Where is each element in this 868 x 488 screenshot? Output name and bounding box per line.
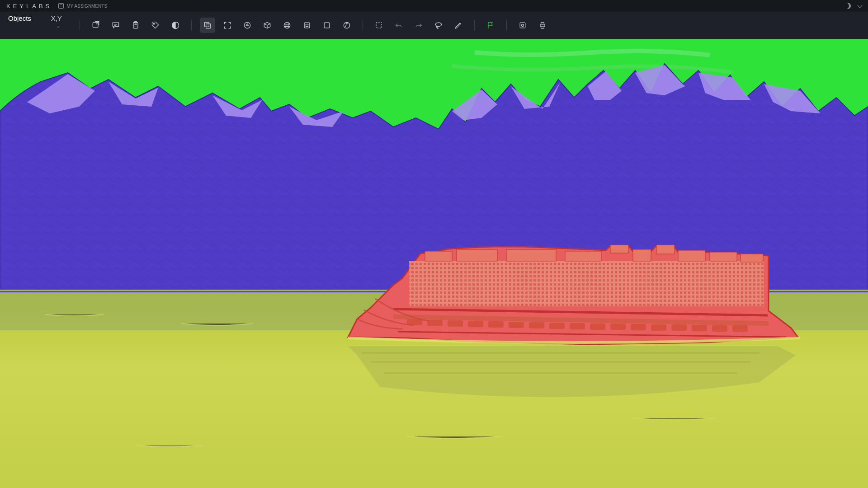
undo-icon [394, 21, 403, 30]
svg-rect-13 [376, 23, 382, 28]
layers-button[interactable] [200, 18, 215, 33]
top-bar: KEYLABS MY ASSIGNMENTS [0, 0, 868, 12]
separator [474, 20, 475, 31]
redo-icon [414, 21, 423, 30]
flag-icon [486, 21, 495, 30]
clipboard-button[interactable] [128, 18, 143, 33]
grid3d-icon [263, 21, 272, 30]
comment-icon [111, 21, 120, 30]
user-menu-dropdown[interactable] [858, 5, 862, 7]
separator [80, 20, 80, 31]
object-icon [302, 21, 311, 30]
comment-button[interactable] [108, 18, 123, 33]
svg-rect-39 [448, 320, 463, 327]
rotate-icon [342, 21, 351, 30]
chevron-down-icon [857, 3, 862, 8]
svg-rect-10 [306, 24, 308, 27]
bounds-button[interactable] [319, 18, 335, 33]
svg-point-8 [284, 22, 290, 28]
svg-point-15 [436, 26, 438, 28]
mask-icon [518, 21, 527, 30]
object-button[interactable] [299, 18, 315, 33]
svg-rect-36 [741, 254, 763, 262]
mesh-icon [283, 21, 292, 30]
tab-objects[interactable]: Objects [8, 14, 31, 22]
print-button[interactable] [535, 18, 550, 33]
svg-rect-44 [549, 323, 565, 329]
svg-rect-45 [570, 323, 585, 329]
tag-button[interactable] [148, 18, 163, 33]
separator [191, 20, 192, 31]
svg-rect-26 [409, 261, 764, 306]
svg-point-3 [153, 23, 155, 24]
svg-rect-32 [633, 249, 651, 261]
bounds-icon [322, 21, 331, 30]
svg-rect-6 [206, 24, 211, 28]
svg-rect-40 [468, 321, 483, 327]
svg-rect-9 [304, 23, 310, 28]
svg-rect-47 [610, 324, 626, 330]
app-logo: KEYLABS [6, 3, 52, 9]
svg-rect-34 [678, 250, 705, 261]
select-icon [374, 21, 383, 30]
svg-rect-50 [671, 324, 687, 331]
left-tabs: Objects X,Y - [0, 12, 72, 39]
select-button[interactable] [371, 18, 387, 33]
undo-button[interactable] [391, 18, 406, 33]
target-button[interactable] [240, 18, 255, 33]
svg-rect-49 [651, 324, 666, 331]
lasso-icon [434, 21, 443, 30]
contrast-icon [171, 21, 180, 30]
svg-rect-19 [541, 22, 544, 24]
redo-button[interactable] [411, 18, 426, 33]
svg-rect-31 [610, 245, 628, 253]
svg-point-17 [522, 24, 524, 27]
svg-rect-52 [712, 325, 727, 332]
tag-icon [151, 21, 160, 30]
svg-rect-28 [457, 249, 497, 261]
my-assignments-link[interactable]: MY ASSIGNMENTS [58, 3, 107, 9]
svg-rect-16 [520, 23, 525, 28]
svg-rect-27 [425, 251, 452, 261]
pencil-icon [454, 21, 463, 30]
export-icon [91, 21, 100, 30]
tab-xy[interactable]: X,Y [51, 14, 62, 22]
svg-rect-42 [509, 322, 524, 328]
annotation-canvas[interactable] [0, 39, 868, 488]
list-icon [58, 3, 64, 9]
svg-rect-29 [506, 249, 556, 261]
svg-rect-20 [541, 26, 544, 28]
theme-toggle-icon[interactable] [844, 3, 851, 9]
export-button[interactable] [88, 18, 104, 33]
assignments-label: MY ASSIGNMENTS [66, 4, 107, 9]
svg-rect-5 [204, 22, 209, 27]
mesh-button[interactable] [279, 18, 295, 33]
svg-rect-35 [710, 252, 737, 261]
separator [363, 20, 363, 31]
svg-point-14 [435, 23, 441, 26]
canvas-svg [0, 39, 868, 488]
svg-rect-33 [656, 245, 675, 254]
separator [506, 20, 507, 31]
fit-icon [223, 21, 232, 30]
pencil-button[interactable] [451, 18, 466, 33]
svg-rect-41 [488, 321, 504, 328]
fit-button[interactable] [220, 18, 235, 33]
lasso-button[interactable] [431, 18, 446, 33]
clipboard-icon [131, 21, 140, 30]
layers-icon [203, 21, 212, 30]
svg-rect-43 [529, 322, 544, 328]
contrast-button[interactable] [168, 18, 183, 33]
segment-ship[interactable] [348, 245, 798, 344]
flag-button[interactable] [483, 18, 498, 33]
svg-rect-46 [590, 324, 605, 330]
grid3d-button[interactable] [259, 18, 275, 33]
toolbar [72, 12, 550, 39]
target-icon [243, 21, 252, 30]
coords-readout: - [8, 23, 64, 30]
svg-rect-51 [692, 325, 707, 331]
print-icon [538, 21, 547, 30]
toolbar-row: Objects X,Y - [0, 12, 868, 39]
mask-button[interactable] [515, 18, 530, 33]
rotate-button[interactable] [339, 18, 354, 33]
